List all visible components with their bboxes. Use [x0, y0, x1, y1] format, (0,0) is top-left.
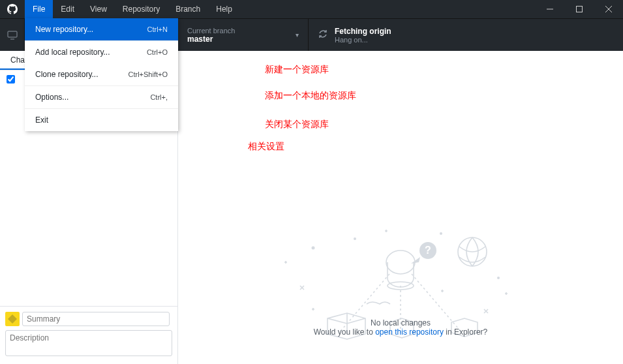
- empty-state: No local changes Would you like to open …: [178, 318, 623, 337]
- fetch-label: Fetching origin: [335, 27, 391, 36]
- repo-icon-slot[interactable]: [0, 19, 25, 51]
- menu-edit[interactable]: Edit: [53, 0, 82, 18]
- file-dropdown: New repository... Ctrl+N Add local repos…: [25, 18, 178, 131]
- empty-line1: No local changes: [178, 318, 623, 327]
- branch-label: Current branch: [187, 27, 235, 35]
- menu-file[interactable]: File: [25, 0, 53, 18]
- annotation-1: 新建一个资源库: [265, 64, 329, 76]
- svg-rect-1: [576, 7, 582, 12]
- svg-text:?: ?: [425, 245, 431, 256]
- minimize-icon: [547, 6, 553, 12]
- avatar: [5, 312, 20, 326]
- svg-point-8: [386, 250, 415, 274]
- dd-exit[interactable]: Exit: [25, 109, 178, 131]
- checkbox-input[interactable]: [7, 75, 15, 83]
- annotation-4: 相关设置: [248, 141, 284, 153]
- main-pane: ?: [178, 51, 623, 364]
- current-branch-slot[interactable]: Current branch master ▾: [178, 19, 309, 51]
- dd-new-repository[interactable]: New repository... Ctrl+N: [25, 18, 178, 40]
- close-button[interactable]: [594, 0, 623, 18]
- svg-point-14: [312, 247, 315, 250]
- close-icon: [605, 6, 612, 12]
- svg-point-17: [497, 277, 500, 279]
- dd-shortcut: Ctrl+N: [147, 25, 168, 33]
- fetch-value: Hang on...: [335, 36, 391, 44]
- titlebar: File Edit View Repository Branch Help: [0, 0, 623, 18]
- menu-view[interactable]: View: [82, 0, 115, 18]
- dd-label: Add local repository...: [35, 48, 110, 57]
- dd-label: Clone repository...: [35, 70, 99, 79]
- branch-value: master: [187, 35, 235, 44]
- desktop-icon: [7, 30, 18, 40]
- dd-label: Exit: [35, 115, 48, 125]
- dd-label: New repository...: [35, 25, 93, 34]
- commit-box: [0, 306, 177, 364]
- annotation-2: 添加一个本地的资源库: [265, 90, 356, 102]
- minimize-button[interactable]: [535, 0, 564, 18]
- window-controls: [535, 0, 623, 18]
- annotation-3: 关闭某个资源库: [265, 119, 329, 130]
- menu-branch[interactable]: Branch: [168, 0, 208, 18]
- maximize-icon: [576, 6, 583, 12]
- dd-add-local-repository[interactable]: Add local repository... Ctrl+O: [25, 41, 178, 63]
- chevron-down-icon: ▾: [296, 31, 299, 38]
- dd-label: Options...: [35, 93, 68, 102]
- svg-point-16: [440, 232, 442, 235]
- description-input[interactable]: [5, 330, 172, 356]
- open-repo-link[interactable]: open this repository: [375, 327, 444, 337]
- menu-help[interactable]: Help: [208, 0, 240, 18]
- empty-line2: Would you like to open this repository i…: [178, 327, 623, 337]
- dd-shortcut: Ctrl+,: [150, 93, 168, 101]
- sync-icon: [318, 29, 328, 41]
- svg-rect-4: [8, 31, 17, 37]
- svg-point-15: [354, 237, 356, 240]
- dd-shortcut: Ctrl+O: [147, 48, 168, 56]
- github-icon: [7, 4, 18, 14]
- dd-shortcut: Ctrl+Shift+O: [128, 70, 168, 78]
- menubar: File Edit View Repository Branch Help: [25, 0, 240, 18]
- menu-repository[interactable]: Repository: [115, 0, 168, 18]
- dd-options[interactable]: Options... Ctrl+,: [25, 86, 178, 108]
- github-logo: [0, 4, 25, 14]
- fetch-slot[interactable]: Fetching origin Hang on...: [309, 19, 623, 51]
- dd-clone-repository[interactable]: Clone repository... Ctrl+Shift+O: [25, 63, 178, 85]
- maximize-button[interactable]: [564, 0, 594, 18]
- summary-input[interactable]: [22, 312, 170, 326]
